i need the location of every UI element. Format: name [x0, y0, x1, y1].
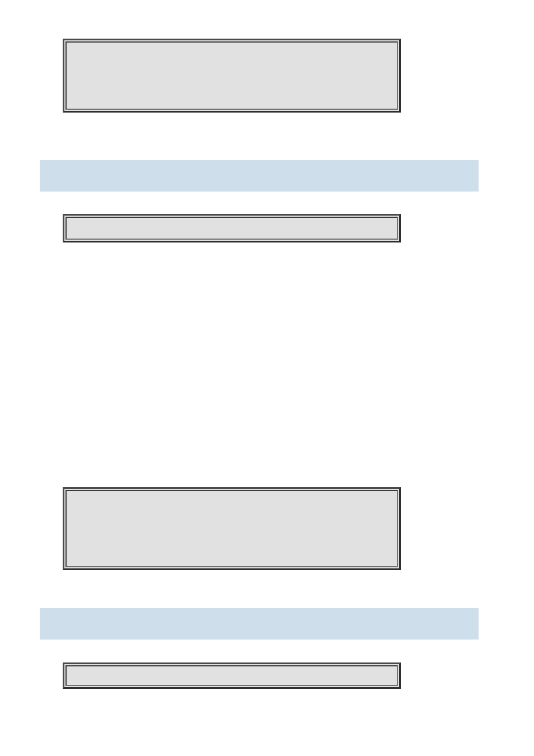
section-bar-2: [40, 608, 479, 640]
input-box-1[interactable]: [63, 39, 401, 113]
input-box-4[interactable]: [63, 662, 401, 689]
page: [0, 0, 534, 756]
section-bar-1: [40, 160, 479, 192]
input-box-3[interactable]: [63, 487, 401, 570]
input-box-2[interactable]: [63, 214, 401, 242]
